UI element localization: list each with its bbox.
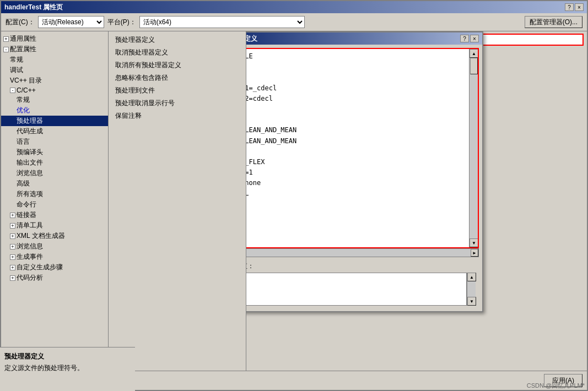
- watermark: CSDN @回忆凡PLM*: [527, 382, 585, 390]
- dialog-title: 预处理器定义: [246, 34, 257, 44]
- expand-icon[interactable]: +: [3, 36, 9, 42]
- tree-item-browse[interactable]: + 浏览信息: [1, 241, 108, 252]
- hscroll-track[interactable]: [246, 249, 471, 257]
- tree-item-custom-build[interactable]: + 自定义生成步骤: [1, 262, 108, 273]
- entry-win64: WIN64: [246, 115, 467, 125]
- menu-item-undefine-all[interactable]: 取消所有预处理器定义: [109, 59, 246, 72]
- expand-icon[interactable]: +: [10, 233, 15, 239]
- entry-crtapi2: CRTAPI2=cdecl: [246, 94, 467, 104]
- tree-item-build-events[interactable]: + 生成事件: [1, 252, 108, 262]
- title-bar: handlerTest 属性页 ? ×: [1, 1, 587, 13]
- menu-item-ignore-std-include[interactable]: 忽略标准包含路径: [109, 72, 246, 84]
- expand-icon[interactable]: +: [10, 213, 15, 218]
- tree-item-all-options[interactable]: 所有选项: [1, 189, 108, 199]
- tree-item-code-analysis[interactable]: + 代码分析: [1, 273, 108, 283]
- inherited-scroll-track[interactable]: [467, 281, 476, 297]
- entry-win64-lean: WIN64_LEAN_AND_MEAN: [246, 125, 467, 135]
- dialog-content: _CONSOLE NT40 POMDLL CRTAPI1=_cdecl CRTA…: [246, 45, 482, 311]
- entry-console: _CONSOLE: [246, 51, 467, 62]
- inherited-scroll-up[interactable]: ▲: [467, 273, 476, 281]
- tree-item-optimize[interactable]: 优化: [1, 105, 108, 116]
- entry-iplib: IPLIB=none: [246, 178, 467, 188]
- inherited-value-box[interactable]: _MBCS: [246, 273, 467, 306]
- tree-item-output-files[interactable]: 输出文件: [1, 158, 108, 168]
- menu-item-keep-comments[interactable]: 保留注释: [109, 110, 246, 122]
- description-title: 预处理器定义: [4, 352, 131, 361]
- dialog-editor-wrapper: _CONSOLE NT40 POMDLL CRTAPI1=_cdecl CRTA…: [246, 48, 479, 248]
- scroll-right-arrow[interactable]: ►: [471, 249, 478, 257]
- inherited-scroll-down[interactable]: ▼: [467, 297, 476, 306]
- tree-item-vc-dirs[interactable]: VC++ 目录: [1, 75, 108, 86]
- config-label: 配置(C)：: [6, 18, 35, 27]
- tree-item-language[interactable]: 语言: [1, 137, 108, 147]
- title-bar-buttons: ? ×: [565, 3, 584, 11]
- tree-item-general[interactable]: + 通用属性: [1, 34, 108, 44]
- tree-item-cmdline[interactable]: 命令行: [1, 199, 108, 210]
- tree-item-pch[interactable]: 预编译头: [1, 147, 108, 158]
- dialog-help-button[interactable]: ?: [460, 35, 469, 42]
- menu-panel: 预处理器定义 取消预处理器定义 取消所有预处理器定义 忽略标准包含路径 预处理到…: [109, 31, 246, 371]
- config-select[interactable]: 活动(Release): [38, 16, 104, 28]
- tree-item-normal[interactable]: 常规: [1, 55, 108, 65]
- expand-icon[interactable]: +: [10, 275, 15, 281]
- close-button[interactable]: ×: [575, 3, 584, 11]
- expand-icon[interactable]: +: [10, 265, 15, 270]
- menu-item-preprocess-to-file[interactable]: 预处理到文件: [109, 84, 246, 97]
- toolbar: 配置(C)： 活动(Release) 平台(P)： 活动(x64) 配置管理器(…: [1, 13, 587, 31]
- scroll-up-arrow[interactable]: ▲: [470, 49, 478, 58]
- dialog-hscrollbar[interactable]: ◄ ►: [246, 248, 479, 257]
- tree-item-debug[interactable]: 调试: [1, 65, 108, 75]
- main-content: + 通用属性 - 配置属性 常规 调试 VC++ 目录 - C/C++ 常规: [1, 31, 587, 371]
- entry-wnt: WNT: [246, 146, 467, 157]
- tree-item-linker[interactable]: + 链接器: [1, 210, 108, 220]
- dialog-title-bar: 预处理器定义 ? ×: [246, 32, 482, 45]
- expand-icon[interactable]: -: [10, 88, 15, 93]
- tree-item-manifest-tool[interactable]: + 清单工具: [1, 220, 108, 231]
- inherited-section: 继承的值： _MBCS ▲ ▼: [246, 259, 479, 308]
- entry-intel: _INTEL=1: [246, 167, 467, 178]
- expand-icon[interactable]: +: [10, 254, 15, 260]
- tree-item-cpp-normal[interactable]: 常规: [1, 95, 108, 105]
- tree-item-browse-info[interactable]: 浏览信息: [1, 168, 108, 178]
- tree-panel: + 通用属性 - 配置属性 常规 调试 VC++ 目录 - C/C++ 常规: [1, 31, 109, 371]
- scroll-track[interactable]: [470, 58, 478, 238]
- description-panel: 预处理器定义 定义源文件的预处理符号。: [1, 347, 135, 371]
- menu-item-undefine[interactable]: 取消预处理器定义: [109, 46, 246, 59]
- main-window: handlerTest 属性页 ? × 配置(C)： 活动(Release) 平…: [0, 0, 588, 391]
- window-title: handlerTest 属性页: [4, 3, 63, 12]
- platform-select[interactable]: 活动(x64): [139, 16, 305, 28]
- dialog-entries[interactable]: _CONSOLE NT40 POMDLL CRTAPI1=_cdecl CRTA…: [246, 49, 469, 247]
- tree-item-config-props[interactable]: - 配置属性: [1, 44, 108, 55]
- scroll-down-arrow[interactable]: ▼: [470, 238, 478, 247]
- entry-win64u: _WIN64: [246, 104, 467, 115]
- preprocessor-dialog: 预处理器定义 ? × _CONSOLE NT40 POMDLL CRT: [246, 31, 483, 312]
- inherited-wrapper: _MBCS ▲ ▼: [246, 273, 476, 306]
- entry-pomdll: POMDLL: [246, 72, 467, 83]
- tree-item-codegen[interactable]: 代码生成: [1, 126, 108, 137]
- scroll-thumb[interactable]: [470, 58, 478, 74]
- menu-item-suppress-line[interactable]: 预处理取消显示行号: [109, 97, 246, 110]
- expand-icon[interactable]: +: [10, 223, 15, 229]
- entry-win32-lean: WIN32_LEAN_AND_MEAN: [246, 136, 467, 146]
- entry-nt40: NT40: [246, 62, 467, 72]
- menu-item-preprocessor-defs[interactable]: 预处理器定义: [109, 34, 246, 46]
- manage-config-button[interactable]: 配置管理器(O)...: [525, 16, 582, 28]
- entry-crtapi1: CRTAPI1=_cdecl: [246, 83, 467, 94]
- inherited-vscrollbar[interactable]: ▲ ▼: [467, 273, 476, 306]
- tree-item-xml-doc[interactable]: + XML 文档生成器: [1, 231, 108, 241]
- expand-icon[interactable]: -: [3, 47, 9, 52]
- dialog-vscrollbar[interactable]: ▲ ▼: [469, 49, 478, 247]
- tree-item-advanced[interactable]: 高级: [1, 178, 108, 189]
- entry-windll: _WINDLL: [246, 188, 467, 199]
- help-button[interactable]: ?: [565, 3, 574, 11]
- dialog-title-buttons: ? ×: [460, 35, 479, 42]
- inherited-label: 继承的值：: [246, 262, 476, 271]
- description-text: 定义源文件的预处理符号。: [4, 363, 131, 371]
- dialog-close-button[interactable]: ×: [470, 35, 479, 42]
- platform-label: 平台(P)：: [107, 18, 136, 27]
- expand-icon[interactable]: +: [10, 244, 15, 249]
- entry-bypass-flex: BYPASS_FLEX: [246, 157, 467, 167]
- right-panel: _CONSOLE;NT40;POMDLL;CRTAPI1=_cdecl;CRTA…: [246, 31, 587, 371]
- tree-item-preprocessor[interactable]: 预处理器: [1, 116, 108, 126]
- tree-item-cpp[interactable]: - C/C++: [1, 86, 108, 95]
